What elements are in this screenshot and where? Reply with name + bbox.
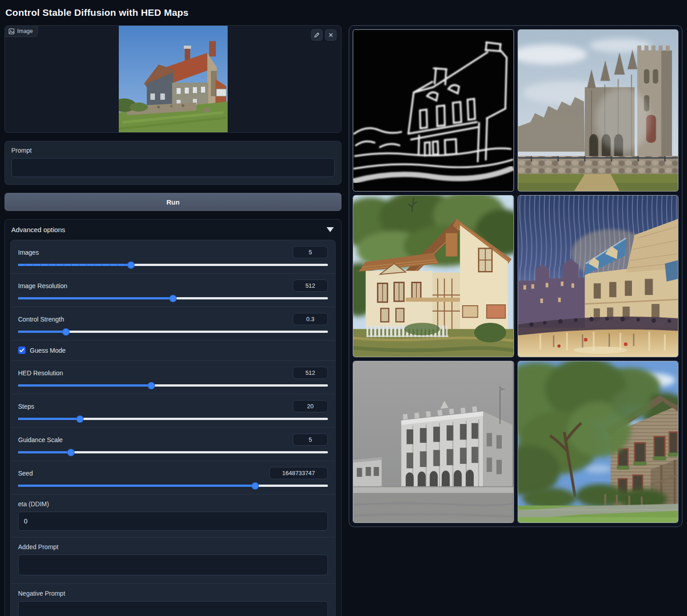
gallery-image-rustic-farmhouse[interactable] xyxy=(518,361,679,523)
hed-resolution-slider[interactable] xyxy=(18,384,328,387)
image-resolution-value-input[interactable] xyxy=(293,280,328,292)
seed-slider-row: Seed xyxy=(11,461,335,494)
steps-value-input[interactable] xyxy=(293,400,328,412)
guess-mode-checkbox[interactable] xyxy=(18,346,26,354)
added-prompt-label: Added Prompt xyxy=(18,543,328,551)
guidance-scale-slider-row: Guidance Scale xyxy=(11,427,335,461)
seed-slider[interactable] xyxy=(18,485,328,487)
negative-prompt-row: Negative Prompt xyxy=(11,583,335,616)
images-value-input[interactable] xyxy=(293,246,328,258)
images-slider-handle[interactable] xyxy=(127,261,135,269)
image-component-badge: Image xyxy=(5,26,38,37)
collapse-triangle-icon xyxy=(327,227,334,232)
guidance-scale-value-input[interactable] xyxy=(293,434,328,446)
negative-prompt-label: Negative Prompt xyxy=(18,590,328,597)
hed-resolution-slider-handle[interactable] xyxy=(148,382,155,389)
uploaded-image xyxy=(119,26,228,132)
advanced-options-header[interactable]: Advanced options xyxy=(5,219,341,239)
seed-slider-handle[interactable] xyxy=(252,482,259,490)
eta-input[interactable] xyxy=(18,512,328,531)
hed-resolution-slider-row: HED Resolution xyxy=(11,360,335,394)
seed-label: Seed xyxy=(18,470,33,477)
prompt-input[interactable] xyxy=(11,158,335,177)
steps-slider[interactable] xyxy=(18,418,328,420)
steps-label: Steps xyxy=(18,403,34,410)
close-icon xyxy=(328,32,334,38)
steps-slider-row: Steps xyxy=(11,394,335,427)
hed-resolution-value-input[interactable] xyxy=(293,367,328,379)
prompt-label: Prompt xyxy=(11,147,335,154)
page-title: Control Stable Diffusion with HED Maps xyxy=(5,7,682,18)
guidance-scale-label: Guidance Scale xyxy=(18,436,63,443)
gallery-image-hed-map[interactable] xyxy=(353,29,514,191)
gallery-image-cream-cottage[interactable] xyxy=(353,195,514,357)
gallery-image-castle[interactable] xyxy=(518,29,679,191)
pencil-icon xyxy=(314,32,320,38)
result-gallery xyxy=(349,25,682,527)
images-label: Images xyxy=(18,249,39,256)
image-component-label: Image xyxy=(17,28,33,34)
control-strength-value-input[interactable] xyxy=(293,313,328,325)
guidance-scale-slider-handle[interactable] xyxy=(67,449,75,456)
image-resolution-label: Image Resolution xyxy=(18,282,67,289)
image-resolution-slider-row: Image Resolution xyxy=(11,273,335,307)
steps-slider-handle[interactable] xyxy=(76,415,84,423)
advanced-options-title: Advanced options xyxy=(11,226,65,233)
advanced-options-form: Images Image Resolution xyxy=(10,240,336,616)
images-slider-row: Images xyxy=(11,240,335,273)
control-strength-slider-handle[interactable] xyxy=(62,328,70,336)
clear-image-button[interactable] xyxy=(325,29,336,41)
gallery-image-grayscale-building[interactable] xyxy=(353,361,514,523)
checkmark-icon xyxy=(19,348,24,353)
eta-label: eta (DDIM) xyxy=(18,500,328,508)
added-prompt-input[interactable] xyxy=(18,555,328,575)
image-upload-panel[interactable]: Image xyxy=(5,25,341,133)
image-panel-actions xyxy=(311,29,336,41)
image-resolution-slider-handle[interactable] xyxy=(169,295,177,302)
main-layout: Image xyxy=(5,25,682,616)
right-column xyxy=(349,25,682,527)
guess-mode-label: Guess Mode xyxy=(30,347,65,354)
advanced-options-accordion: Advanced options Images Image Resolution xyxy=(5,219,341,616)
control-strength-label: Control Strength xyxy=(18,316,64,323)
gallery-image-impressionist[interactable] xyxy=(518,195,679,357)
negative-prompt-input[interactable] xyxy=(18,601,328,616)
guess-mode-row: Guess Mode xyxy=(11,340,335,360)
image-icon xyxy=(9,28,14,34)
control-strength-slider[interactable] xyxy=(18,331,328,333)
control-strength-slider-row: Control Strength xyxy=(11,307,335,340)
prompt-block: Prompt xyxy=(5,141,341,185)
seed-value-input[interactable] xyxy=(269,467,328,479)
guidance-scale-slider[interactable] xyxy=(18,451,328,453)
eta-row: eta (DDIM) xyxy=(11,494,335,537)
left-column: Image xyxy=(5,25,341,616)
image-resolution-slider[interactable] xyxy=(18,297,328,299)
run-button[interactable]: Run xyxy=(5,193,341,211)
images-slider[interactable] xyxy=(18,264,328,266)
added-prompt-row: Added Prompt xyxy=(11,537,335,583)
edit-image-button[interactable] xyxy=(311,29,322,41)
hed-resolution-label: HED Resolution xyxy=(18,369,63,377)
